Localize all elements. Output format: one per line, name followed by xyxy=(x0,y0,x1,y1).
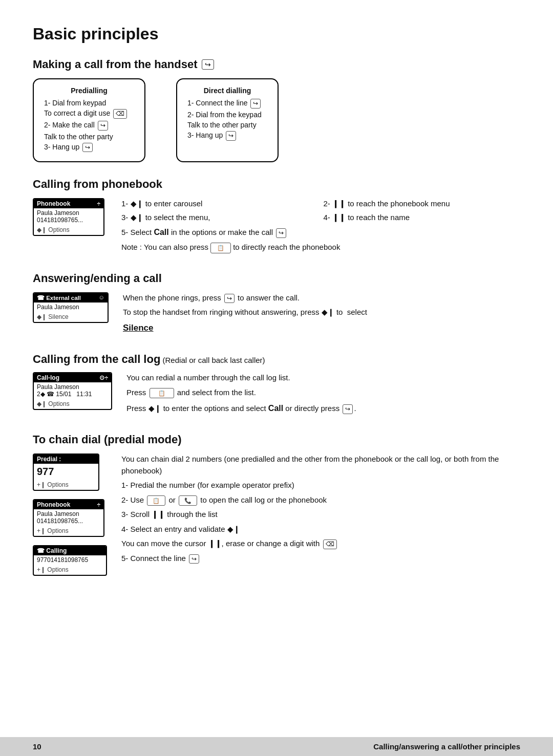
answering-instr-1: When the phone rings, press ↪ to answer … xyxy=(123,292,520,304)
predial-display: Predial : 977 +❙ Options xyxy=(33,453,99,491)
chain-phonebook-title: Phonebook ÷ xyxy=(34,500,103,509)
calllog-options: ◆❙ Options xyxy=(34,400,111,409)
section-making-call: Making a call from the handset ↪ Predial… xyxy=(33,58,520,162)
making-call-heading: Making a call from the handset xyxy=(33,58,198,71)
chain-instr-cursor: You can move the cursor ❙❙, erase or cha… xyxy=(121,538,520,550)
predialling-box: Predialling 1- Dial from keypad To corre… xyxy=(33,78,145,162)
direct-step3: 3- Hang up ↪ xyxy=(187,131,267,141)
chain-instr-4: 4- Select an entry and validate ◆❙ xyxy=(121,524,520,535)
extcall-body: Paula Jameson xyxy=(34,303,108,313)
extcall-display: ☎ External call ☺ Paula Jameson ◆❙ Silen… xyxy=(33,292,109,323)
phonebook-instr-1: 1- ◆❙ to enter carousel xyxy=(121,198,318,210)
extcall-name: Paula Jameson xyxy=(37,304,104,311)
phonebook-heading: Calling from phonebook xyxy=(33,178,520,191)
answering-heading: Answering/ending a call xyxy=(33,272,520,285)
phonebook-options: ◆❙ Options xyxy=(34,226,103,235)
making-call-row: Predialling 1- Dial from keypad To corre… xyxy=(33,78,520,162)
answering-instructions: When the phone rings, press ↪ to answer … xyxy=(123,292,520,338)
direct-dialling-box: Direct dialling 1- Connect the line ↪ 2-… xyxy=(176,78,279,162)
page-footer: 10 Calling/answering a call/other princi… xyxy=(0,737,553,756)
predial-options: +❙ Options xyxy=(34,481,98,490)
calllog-content: Call-log ⊙÷ Paula Jameson 2◆ ☎ 15/01 11:… xyxy=(33,372,520,418)
calllog-instr-2: Press 📋 and select from the list. xyxy=(126,387,520,399)
predial-step3: 3- Hang up ↪ xyxy=(44,143,134,153)
page-content: Basic principles Making a call from the … xyxy=(0,0,553,636)
calllog-subheading: (Redial or call back last caller) xyxy=(163,356,265,364)
calllog-instr-3: Press ◆❙ to enter the options and select… xyxy=(126,402,520,415)
chain-phonebook-number: 014181098765... xyxy=(37,517,100,525)
extcall-label: ☎ External call xyxy=(37,294,81,301)
connect-line-icon: ↪ xyxy=(189,554,199,564)
extcall-icon: ☺ xyxy=(98,294,104,301)
footer-section-title: Calling/answering a call/other principle… xyxy=(373,742,520,751)
calllog-heading: Calling from the call log xyxy=(33,353,160,365)
section-answering: Answering/ending a call ☎ External call … xyxy=(33,272,520,338)
calllog-body: Paula Jameson 2◆ ☎ 15/01 11:31 xyxy=(34,382,111,400)
handset-icon: ↪ xyxy=(202,59,214,70)
call-icon-2: ↪ xyxy=(98,121,108,131)
chain-instr-5: 5- Connect the line ↪ xyxy=(121,553,520,565)
chain-phonebook-display: Phonebook ÷ Paula Jameson 014181098765..… xyxy=(33,499,104,537)
phonebook-instr-3: 3- ◆❙ to select the menu, xyxy=(121,212,318,224)
calling-number: 977014181098765 xyxy=(37,556,103,564)
phonebook-display-col: Phonebook ÷ Paula Jameson 014181098765..… xyxy=(33,198,107,240)
chain-instr-3: 3- Scroll ❙❙ through the list xyxy=(121,509,520,521)
phonebook-name: Paula Jameson xyxy=(37,209,100,217)
calling-options: +❙ Options xyxy=(34,566,106,575)
direct-dialling-title: Direct dialling xyxy=(187,87,267,95)
phonebook-display-body: Paula Jameson 014181098765... xyxy=(34,208,103,226)
footer-page-number: 10 xyxy=(33,742,41,751)
chain-instr-intro: You can chain dial 2 numbers (one predia… xyxy=(121,453,520,477)
calllog-title: Call-log ⊙÷ xyxy=(34,373,111,382)
calllog-instructions: You can redial a number through the call… xyxy=(126,372,520,418)
calllog-info: 2◆ ☎ 15/01 11:31 xyxy=(37,391,108,398)
calling-body: 977014181098765 xyxy=(34,555,106,566)
answer-icon: ↪ xyxy=(224,294,235,304)
section-phonebook: Calling from phonebook Phonebook ÷ Paula… xyxy=(33,178,520,256)
chain-phonebook-body: Paula Jameson 014181098765... xyxy=(34,509,103,527)
predial-step1: 1- Dial from keypad xyxy=(44,99,134,107)
phonebook-display: Phonebook ÷ Paula Jameson 014181098765..… xyxy=(33,198,104,236)
page-title: Basic principles xyxy=(33,25,520,44)
phonebook-instr-5: 5- Select Call in the options or make th… xyxy=(121,226,520,239)
erase-icon: ⌫ xyxy=(323,539,337,549)
hangup-icon: ↪ xyxy=(82,143,93,153)
chain-phonebook-arrow: ÷ xyxy=(97,501,100,508)
phonebook-number: 014181098765... xyxy=(37,217,100,224)
phonebook-content: Phonebook ÷ Paula Jameson 014181098765..… xyxy=(33,198,520,256)
chain-phonebook-label: Phonebook xyxy=(37,501,70,508)
call-icon-pb: ↪ xyxy=(276,228,286,238)
phonebook-label: Phonebook xyxy=(37,200,70,207)
chain-instructions: You can chain dial 2 numbers (one predia… xyxy=(121,453,520,567)
chain-phonebook-name: Paula Jameson xyxy=(37,510,100,517)
chain-instr-2: 2- Use 📋 or 📞 to open the call log or th… xyxy=(121,494,520,506)
answering-display-col: ☎ External call ☺ Paula Jameson ◆❙ Silen… xyxy=(33,292,109,327)
hangup2-icon: ↪ xyxy=(226,131,236,141)
chain-instr-1: 1- Predial the number (for example opera… xyxy=(121,480,520,491)
phonebook-instructions: 1- ◆❙ to enter carousel 2- ❙❙ to reach t… xyxy=(121,198,520,256)
predial-talk: Talk to the other party xyxy=(44,133,134,141)
chain-phonebook-options: +❙ Options xyxy=(34,527,103,536)
predial-display-body: 977 xyxy=(34,464,98,481)
calling-title: ☎ Calling xyxy=(34,546,106,555)
direct-step1: 1- Connect the line ↪ xyxy=(187,99,267,109)
calllog-name: Paula Jameson xyxy=(37,383,108,391)
phonebook-two-col: 1- ◆❙ to enter carousel 2- ❙❙ to reach t… xyxy=(121,198,520,223)
calling-display: ☎ Calling 977014181098765 +❙ Options xyxy=(33,545,107,576)
section-chain-dial: To chain dial (predial mode) Predial : 9… xyxy=(33,433,520,580)
extcall-silence: ◆❙ Silence xyxy=(34,313,108,322)
direct-step2: 2- Dial from the keypad xyxy=(187,111,267,119)
call-icon-cl: ↪ xyxy=(343,404,353,414)
answering-content: ☎ External call ☺ Paula Jameson ◆❙ Silen… xyxy=(33,292,520,338)
section-calllog: Calling from the call log (Redial or cal… xyxy=(33,353,520,418)
direct-talk: Talk to the other party xyxy=(187,121,267,129)
calllog-icon: ⊙÷ xyxy=(99,374,108,381)
calllog-label: Call-log xyxy=(37,374,59,381)
chain-displays-col: Predial : 977 +❙ Options Phonebook ÷ Pau… xyxy=(33,453,107,580)
chain-dial-content: Predial : 977 +❙ Options Phonebook ÷ Pau… xyxy=(33,453,520,580)
answering-instr-2: To stop the handset from ringing without… xyxy=(123,307,520,318)
answering-silence: Silence xyxy=(123,321,520,335)
predial-correct: To correct a digit use ⌫ xyxy=(44,109,134,119)
predial-number: 977 xyxy=(37,465,95,479)
predial-step2: 2- Make the call ↪ xyxy=(44,121,134,131)
